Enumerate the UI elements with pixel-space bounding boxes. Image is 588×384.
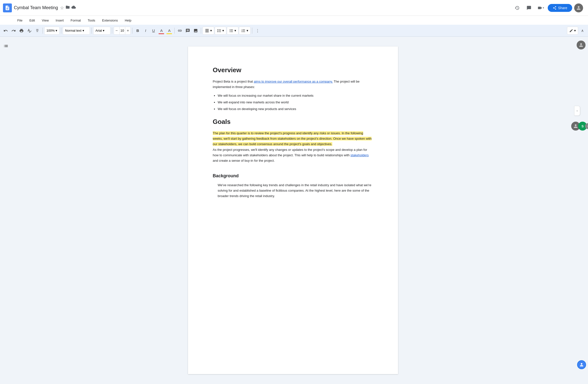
google-docs-icon	[3, 3, 12, 12]
zoom-value: 100%	[46, 29, 55, 32]
font-size-increase[interactable]: +	[125, 27, 130, 34]
style-value: Normal text	[65, 29, 81, 32]
undo-button[interactable]	[2, 27, 9, 35]
document-page[interactable]: Overview Project Beta is a project that …	[188, 46, 398, 374]
folder-icon[interactable]	[65, 5, 70, 11]
zoom-chevron: ▾	[56, 29, 57, 32]
right-panel-collapse[interactable]: ‹	[574, 106, 580, 116]
font-size-decrease[interactable]: −	[114, 27, 119, 34]
menu-format[interactable]: Format	[68, 18, 84, 23]
menu-view[interactable]: View	[39, 18, 52, 23]
user-avatar[interactable]	[574, 3, 583, 12]
overview-heading: Overview	[213, 66, 373, 74]
right-avatar-top[interactable]	[577, 41, 586, 49]
redo-button[interactable]	[10, 27, 17, 35]
overview-bullets: We will focus on increasing our market s…	[218, 93, 373, 112]
background-paragraph: We've researched the following key trend…	[218, 182, 373, 199]
intro-paragraph: Project Beta is a project that aims to i…	[213, 79, 373, 90]
toolbar: 100% ▾ Normal text ▾ Arial ▾ − 10 + B I …	[0, 25, 588, 37]
goals-heading: Goals	[213, 118, 373, 126]
numbered-list-select[interactable]: ▾	[239, 27, 251, 35]
goals-text-after: As the project progresses, we'll identif…	[213, 148, 367, 157]
menu-extensions[interactable]: Extensions	[99, 18, 121, 23]
share-label: Share	[558, 6, 567, 10]
zoom-select[interactable]: 100% ▾	[44, 27, 60, 35]
cloud-icon	[71, 5, 76, 11]
bullet-list-select[interactable]: ▾	[227, 27, 238, 35]
goals-paragraph: The plan for this quarter is to review t…	[213, 131, 373, 163]
history-button[interactable]	[512, 3, 522, 13]
comments-button[interactable]	[524, 3, 534, 13]
outline-toggle-button[interactable]	[1, 42, 10, 50]
link-button[interactable]	[176, 27, 184, 35]
highlight-button[interactable]: A	[166, 27, 173, 35]
menu-tools[interactable]: Tools	[85, 18, 98, 23]
font-chevron: ▾	[103, 29, 105, 32]
sidebar-toggle	[0, 37, 12, 384]
background-heading: Background	[213, 173, 373, 179]
collaborator-avatars: S +	[571, 122, 588, 131]
spell-check-button[interactable]	[26, 27, 33, 35]
text-color-button[interactable]: A	[158, 27, 165, 35]
align-select[interactable]: ▾	[203, 27, 214, 35]
stakeholders-link[interactable]: stakeholders	[351, 153, 369, 157]
share-button[interactable]: Share	[548, 4, 572, 12]
bullet-item-1: We will focus on increasing our market s…	[218, 93, 373, 99]
print-button[interactable]	[18, 27, 25, 35]
menu-bar: File Edit View Insert Format Tools Exten…	[0, 16, 588, 25]
collapse-toolbar-button[interactable]: ∧	[579, 27, 586, 35]
edit-mode-select[interactable]: ▾	[567, 27, 578, 35]
star-icon[interactable]: ☆	[60, 5, 64, 11]
insert-image-button[interactable]	[192, 27, 199, 35]
highlighted-text: The plan for this quarter is to review t…	[213, 131, 372, 146]
bullet-item-2: We will expand into new markets across t…	[218, 99, 373, 106]
more-options-button[interactable]: ⋮	[254, 27, 261, 35]
menu-file[interactable]: File	[14, 18, 25, 23]
font-size-value[interactable]: 10	[119, 27, 125, 34]
right-avatar-bottom[interactable]	[577, 360, 586, 369]
style-chevron: ▾	[83, 29, 84, 32]
font-value: Arial	[95, 29, 102, 32]
right-panel: ‹ S +	[574, 37, 588, 384]
aims-link[interactable]: aims to improve our overall performance …	[254, 80, 333, 83]
line-spacing-select[interactable]: ▾	[215, 27, 226, 35]
menu-edit[interactable]: Edit	[26, 18, 38, 23]
style-select[interactable]: Normal text ▾	[63, 27, 90, 35]
paint-format-button[interactable]	[34, 27, 41, 35]
video-call-button[interactable]: ▾	[536, 3, 546, 13]
font-select[interactable]: Arial ▾	[93, 27, 110, 35]
bold-button[interactable]: B	[134, 27, 141, 35]
intro-text-before: Project Beta is a project that	[213, 80, 254, 83]
document-title[interactable]: Cymbal Team Meeting	[14, 5, 58, 10]
underline-button[interactable]: U	[150, 27, 157, 35]
goals-text-end: and create a sense of buy-in for the pro…	[213, 159, 275, 162]
document-area: Overview Project Beta is a project that …	[12, 37, 574, 384]
bullet-item-3: We will focus on developing new products…	[218, 106, 373, 112]
menu-insert[interactable]: Insert	[53, 18, 67, 23]
add-comment-button[interactable]	[184, 27, 191, 35]
menu-help[interactable]: Help	[122, 18, 134, 23]
font-size-control: − 10 +	[114, 27, 131, 35]
italic-button[interactable]: I	[142, 27, 149, 35]
